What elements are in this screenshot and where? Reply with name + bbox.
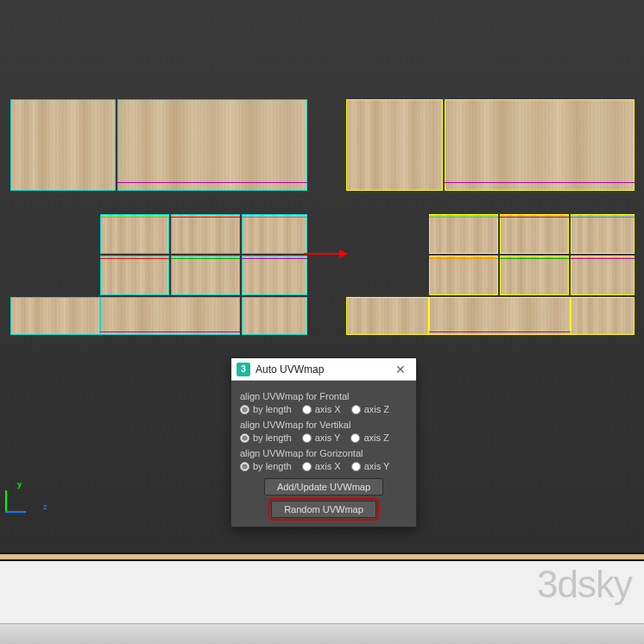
- footer-area: [0, 561, 644, 644]
- axis-y-label: y: [17, 480, 22, 489]
- app-icon: 3: [237, 363, 250, 376]
- group-label-frontal: align UVWmap for Frontal: [240, 391, 407, 401]
- dialog-titlebar[interactable]: 3 Auto UVWmap ✕: [231, 358, 416, 381]
- random-uvwmap-button[interactable]: Random UVWmap: [271, 501, 376, 518]
- radio-vertikal-bylength[interactable]: by length: [240, 432, 292, 443]
- group-label-vertikal: align UVWmap for Vertikal: [240, 420, 407, 430]
- radio-row-frontal: by length axis X axis Z: [240, 404, 407, 414]
- panel-after-mid-5: [500, 256, 569, 295]
- bottom-bar: [0, 623, 644, 644]
- panel-before-mid-3: [242, 214, 307, 254]
- panel-after-bottom-left: [346, 297, 429, 335]
- radio-label: by length: [253, 404, 292, 414]
- radio-row-vertikal: by length axis Y axis Z: [240, 432, 407, 443]
- dialog-body: align UVWmap for Frontal by length axis …: [231, 381, 416, 527]
- panel-before-mid-1: [100, 214, 169, 254]
- panel-after-mid-6: [571, 256, 635, 295]
- panel-before-bottom-right: [242, 297, 307, 335]
- add-update-uvwmap-button[interactable]: Add/Update UVWmap: [264, 478, 383, 496]
- panel-after-mid-2: [500, 214, 569, 254]
- viewport-3d[interactable]: y z 3 Auto UVWmap ✕ align UVWmap for Fro…: [0, 0, 644, 552]
- axis-gizmo: y z: [5, 490, 40, 525]
- radio-frontal-axisx[interactable]: axis X: [302, 404, 341, 414]
- radio-gorizontal-axisy[interactable]: axis Y: [351, 461, 390, 471]
- radio-frontal-bylength[interactable]: by length: [240, 404, 292, 414]
- panel-after-mid-1: [429, 214, 498, 254]
- panel-before-mid-5: [171, 256, 240, 295]
- group-label-gorizontal: align UVWmap for Gorizontal: [240, 448, 407, 458]
- panel-before-mid-2: [171, 214, 240, 254]
- radio-gorizontal-bylength[interactable]: by length: [240, 461, 292, 471]
- panel-before-top-right: [117, 99, 307, 191]
- radio-label: by length: [253, 432, 292, 443]
- radio-label: by length: [253, 461, 292, 471]
- close-icon[interactable]: ✕: [390, 361, 411, 378]
- axis-z-label: z: [43, 502, 47, 511]
- radio-label: axis Z: [363, 432, 388, 443]
- panel-after-bottom-mid: [429, 297, 571, 335]
- status-strip: [0, 552, 644, 561]
- panel-after-mid-3: [571, 214, 635, 254]
- radio-label: axis Z: [364, 404, 389, 414]
- radio-label: axis X: [315, 404, 341, 414]
- dialog-auto-uvwmap: 3 Auto UVWmap ✕ align UVWmap for Frontal…: [230, 357, 417, 527]
- radio-frontal-axisz[interactable]: axis Z: [351, 404, 389, 414]
- panel-before-bottom-mid: [100, 297, 240, 335]
- panel-after-bottom-right: [571, 297, 635, 335]
- arrow-icon: [304, 253, 345, 255]
- panel-before-mid-4: [100, 256, 169, 295]
- panel-after-top-right: [445, 99, 635, 191]
- radio-vertikal-axisy[interactable]: axis Y: [302, 432, 341, 443]
- dialog-title: Auto UVWmap: [256, 363, 390, 376]
- radio-row-gorizontal: by length axis X axis Y: [240, 461, 407, 471]
- radio-label: axis Y: [364, 461, 390, 471]
- panel-before-top-left: [10, 99, 116, 191]
- radio-vertikal-axisz[interactable]: axis Z: [350, 432, 388, 443]
- panel-before-mid-6: [242, 256, 307, 295]
- panel-before-bottom-left: [10, 297, 100, 335]
- radio-label: axis Y: [315, 432, 341, 443]
- panel-after-top-left: [346, 99, 443, 191]
- panel-after-mid-4: [429, 256, 498, 295]
- radio-label: axis X: [315, 461, 341, 471]
- radio-gorizontal-axisx[interactable]: axis X: [302, 461, 341, 471]
